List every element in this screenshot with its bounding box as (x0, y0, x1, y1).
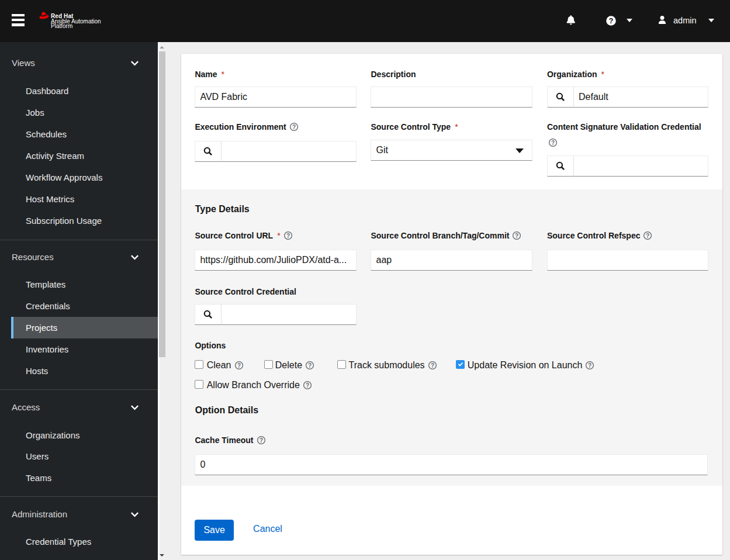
svg-text:?: ? (608, 16, 613, 25)
svg-text:?: ? (292, 124, 296, 130)
svg-text:?: ? (551, 140, 555, 146)
svg-text:?: ? (308, 362, 312, 368)
svg-text:?: ? (515, 233, 518, 239)
svg-text:?: ? (237, 362, 240, 368)
svg-text:?: ? (588, 362, 591, 368)
svg-text:?: ? (306, 382, 309, 388)
svg-text:?: ? (646, 233, 649, 239)
svg-text:?: ? (431, 362, 434, 368)
svg-text:?: ? (286, 233, 290, 239)
svg-text:?: ? (259, 437, 262, 444)
